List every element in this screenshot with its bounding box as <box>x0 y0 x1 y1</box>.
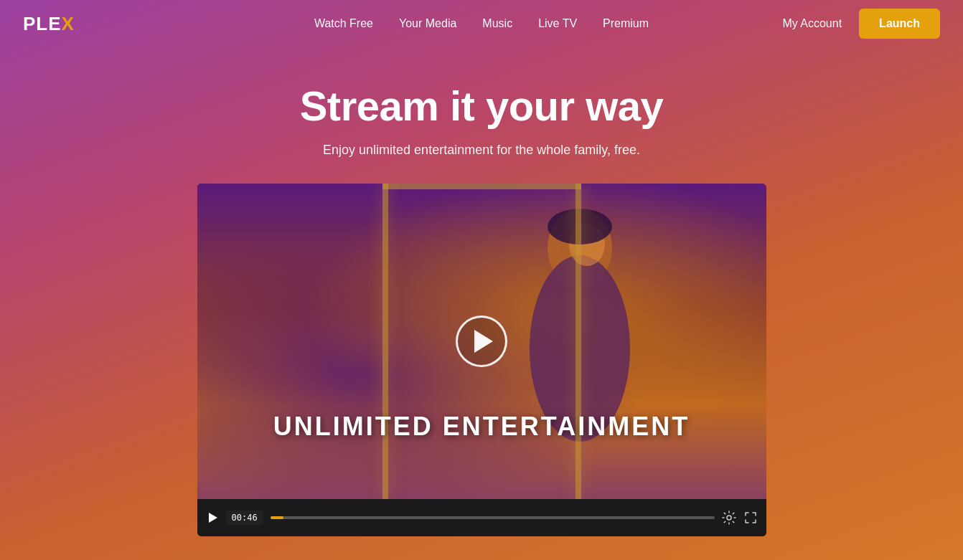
my-account-link[interactable]: My Account <box>782 17 842 30</box>
nav-live-tv[interactable]: Live TV <box>538 17 577 30</box>
door-frame-left <box>382 184 388 499</box>
progress-fill <box>271 516 284 519</box>
logo-x: X <box>62 13 75 34</box>
launch-button[interactable]: Launch <box>859 9 940 39</box>
nav-watch-free[interactable]: Watch Free <box>314 17 373 30</box>
nav-your-media[interactable]: Your Media <box>399 17 456 30</box>
nav-premium[interactable]: Premium <box>603 17 649 30</box>
hero-subtitle: Enjoy unlimited entertainment for the wh… <box>323 143 640 158</box>
svg-point-5 <box>727 516 731 520</box>
logo-text: PLEX <box>23 13 75 35</box>
door-frame-right <box>576 184 581 499</box>
play-button[interactable] <box>456 315 507 367</box>
logo[interactable]: PLEX <box>23 13 75 35</box>
navbar: PLEX Watch Free Your Media Music Live TV… <box>0 0 963 47</box>
nav-music[interactable]: Music <box>482 17 512 30</box>
fullscreen-icon[interactable] <box>743 511 758 525</box>
nav-right: My Account Launch <box>782 9 940 39</box>
video-controls: 00:46 <box>197 499 766 536</box>
hero-title: Stream it your way <box>300 82 664 130</box>
video-player: UNLIMITED ENTERTAINMENT 00:46 <box>197 184 766 536</box>
controls-play-button[interactable] <box>206 511 219 524</box>
play-icon <box>474 330 493 353</box>
video-frame[interactable]: UNLIMITED ENTERTAINMENT <box>197 184 766 499</box>
svg-marker-4 <box>209 513 217 523</box>
settings-icon[interactable] <box>722 511 736 525</box>
video-overlay-text: UNLIMITED ENTERTAINMENT <box>273 412 690 442</box>
nav-links: Watch Free Your Media Music Live TV Prem… <box>314 17 649 30</box>
progress-bar[interactable] <box>271 516 715 519</box>
door-frame-top <box>382 184 581 189</box>
video-timestamp: 00:46 <box>226 511 263 525</box>
hero-section: Stream it your way Enjoy unlimited enter… <box>0 47 963 559</box>
